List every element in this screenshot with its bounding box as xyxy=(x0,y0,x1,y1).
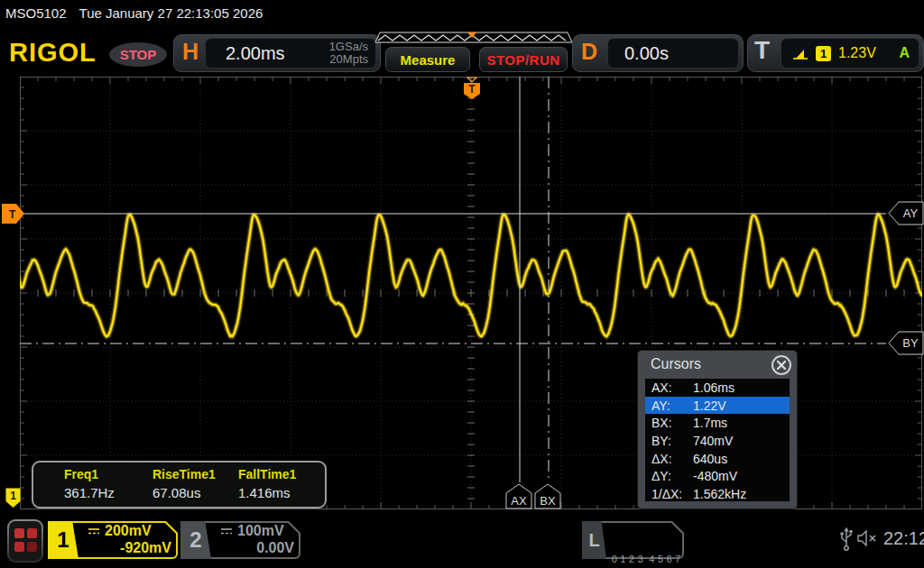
clock-text: 22:12 xyxy=(883,528,924,549)
cursor-row-value: -480mV xyxy=(693,469,737,483)
cursor-row-value: 740mV xyxy=(693,434,733,448)
cursor-row-value: 1.562kHz xyxy=(693,487,746,501)
cursor-row-value: 1.06ms xyxy=(693,380,735,395)
cursors-panel: Cursors AX: 1.06ms AY: 1.22V BX: 1.7ms B… xyxy=(637,350,798,509)
horizontal-valuebox: 2.00ms 1GSa/s 20Mpts xyxy=(205,38,376,69)
memory-depth: 20Mpts xyxy=(329,53,368,66)
trigger-fine-icon xyxy=(467,78,476,82)
cursor-row-inv-dx[interactable]: 1/ΔX: 1.562kHz xyxy=(645,485,790,503)
cursor-row-label: AX: xyxy=(645,380,693,395)
measurement-label: Freq1 xyxy=(64,467,115,481)
delay-valuebox: 0.00s xyxy=(607,38,739,69)
timebase-value: 2.00ms xyxy=(226,43,285,64)
delay-value: 0.00s xyxy=(624,43,669,64)
trigger-level-value: 1.23V xyxy=(838,45,876,61)
cursor-bx-tag[interactable]: BX xyxy=(534,483,562,509)
trigger-edge-icon xyxy=(792,47,808,60)
channel2-status-block[interactable]: 2 100mV 0.00V xyxy=(180,521,300,559)
cursor-row-value: 640us xyxy=(693,452,727,466)
close-icon xyxy=(776,360,787,371)
trigger-level-marker[interactable]: T xyxy=(2,204,25,224)
cursor-by-tag[interactable]: BY xyxy=(888,331,924,355)
trigger-mode: A xyxy=(899,45,910,61)
measurement-label: FallTime1 xyxy=(238,467,296,481)
run-state-badge: STOP xyxy=(109,42,167,67)
dc-coupling-icon xyxy=(88,527,100,536)
cursor-row-label: AY: xyxy=(645,399,693,413)
cursor-ay-tag-text: AY xyxy=(903,206,919,220)
measurement-panel: Freq1 361.7Hz RiseTime1 67.08us FallTime… xyxy=(32,461,327,508)
measurement-value: 1.416ms xyxy=(238,485,296,500)
trigger-position-marker[interactable]: T xyxy=(463,77,481,100)
topbar: MSO5102Tue January 27 22:13:05 2026 xyxy=(5,5,263,21)
cursor-row-label: ΔY: xyxy=(645,469,693,483)
horizontal-panel[interactable]: H 2.00ms 1GSa/s 20Mpts xyxy=(173,34,381,72)
channel1-scale: 200mV xyxy=(105,522,152,539)
measurement-label: RiseTime1 xyxy=(152,467,216,481)
trigger-marker-letter: T xyxy=(468,83,476,96)
trigger-panel[interactable]: T 1 1.23V A xyxy=(747,34,924,72)
measure-button[interactable]: Measure xyxy=(385,47,470,72)
trigger-source-badge: 1 xyxy=(816,46,831,61)
model-name: MSO5102 xyxy=(5,5,67,21)
cursors-list: AX: 1.06ms AY: 1.22V BX: 1.7ms BY: 740mV… xyxy=(645,379,790,501)
usb-icon xyxy=(838,527,855,552)
sample-rate: 1GSa/s xyxy=(329,41,368,53)
channel2-offset: 0.00V xyxy=(220,539,294,556)
logic-channels-row1: 0 1 2 3 4 5 6 7 xyxy=(612,553,680,566)
cursor-row-value: 1.7ms xyxy=(693,416,727,430)
stop-run-button[interactable]: STOP/RUN xyxy=(479,47,568,72)
quick-menu-icon xyxy=(9,521,42,561)
delay-panel[interactable]: D 0.00s xyxy=(572,34,744,72)
channel1-status-block[interactable]: 1 200mV -920mV xyxy=(48,521,178,559)
cursor-row-by[interactable]: BY: 740mV xyxy=(645,432,790,450)
cursor-by-tag-text: BY xyxy=(902,336,919,350)
cursor-row-label: ΔX: xyxy=(645,452,693,466)
channel1-offset: -920mV xyxy=(88,539,171,556)
trigger-valuebox: 1 1.23V A xyxy=(781,38,919,69)
cursor-row-ax[interactable]: AX: 1.06ms xyxy=(645,379,790,397)
cursors-close-button[interactable] xyxy=(772,355,791,375)
horizontal-label: H xyxy=(182,39,199,65)
delay-label: D xyxy=(581,39,597,65)
acquisition-rates: 1GSa/s 20Mpts xyxy=(329,41,368,66)
cursor-ay-tag[interactable]: AY xyxy=(888,201,924,225)
cursor-row-label: BY: xyxy=(645,434,693,448)
cursor-row-ay[interactable]: AY: 1.22V xyxy=(645,397,790,415)
measurement-item[interactable]: FallTime1 1.416ms xyxy=(238,467,296,500)
cursor-row-label: 1/ΔX: xyxy=(645,487,693,501)
cursor-row-dx[interactable]: ΔX: 640us xyxy=(645,450,790,468)
quick-menu-button[interactable] xyxy=(7,519,43,563)
measurement-item[interactable]: RiseTime1 67.08us xyxy=(152,467,216,500)
measurement-item[interactable]: Freq1 361.7Hz xyxy=(64,467,115,500)
cursor-row-bx[interactable]: BX: 1.7ms xyxy=(645,414,790,432)
dc-coupling-icon xyxy=(220,527,233,536)
speaker-muted-icon xyxy=(857,530,881,546)
logic-channels-block[interactable]: L 0 1 2 3 4 5 6 7 8 9 10 11 12 13 14 15 xyxy=(582,521,684,559)
channel1-marker-number: 1 xyxy=(10,490,16,502)
cursor-bx-tag-text: BX xyxy=(540,494,556,508)
measurement-value: 67.08us xyxy=(152,485,216,500)
datetime-text: Tue January 27 22:13:05 2026 xyxy=(79,5,263,21)
trigger-level-letter: T xyxy=(9,208,16,221)
waveform-position-indicator[interactable] xyxy=(374,32,573,44)
cursor-ax-tag-text: AX xyxy=(511,494,527,508)
channel2-scale: 100mV xyxy=(237,522,284,539)
cursors-panel-title: Cursors xyxy=(651,356,701,372)
channel1-position-marker[interactable]: 1 xyxy=(5,488,21,508)
cursor-ax-tag[interactable]: AX xyxy=(505,483,533,509)
trigger-label: T xyxy=(754,36,770,65)
rigol-logo: RIGOL xyxy=(9,38,97,68)
cursor-row-dy[interactable]: ΔY: -480mV xyxy=(645,467,790,485)
cursor-row-label: BX: xyxy=(645,416,693,430)
measurement-value: 361.7Hz xyxy=(64,485,115,500)
cursor-row-value: 1.22V xyxy=(693,399,726,413)
